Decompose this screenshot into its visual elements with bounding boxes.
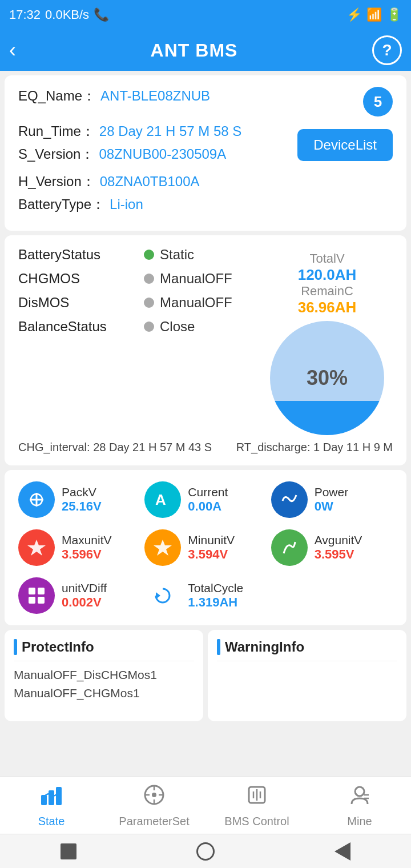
svg-point-22: [355, 787, 364, 796]
bottom-nav: State ParameterSet BMS Control Mine: [0, 777, 411, 834]
svg-rect-11: [56, 787, 62, 805]
metric-item-maxunitv: MaxunitV 3.596V: [18, 529, 140, 566]
svg-marker-3: [154, 540, 172, 556]
battery-status-label: BatteryStatus: [18, 247, 144, 263]
h-version-value: 08ZNA0TB100A: [100, 174, 200, 190]
metric-val-avgunitv: 3.595V: [315, 547, 362, 562]
metric-val-current: 0.00A: [188, 499, 228, 514]
status-bar-left: 17:32 0.0KB/s 📞: [9, 7, 109, 22]
metric-val-totalcycle: 1.319AH: [188, 595, 243, 610]
gauge-circle: 30%: [270, 321, 384, 435]
chg-mos-row: CHGMOS ManualOFF: [18, 271, 261, 287]
svg-point-13: [152, 793, 156, 797]
svg-rect-5: [38, 588, 45, 594]
metric-item-packv: PackV 25.16V: [18, 481, 140, 518]
nav-item-mine[interactable]: Mine: [308, 777, 411, 834]
dis-mos-label: DisMOS: [18, 295, 144, 311]
nav-label-mine: Mine: [347, 815, 372, 828]
dis-mos-value: ManualOFF: [160, 295, 232, 311]
app-title: ANT BMS: [151, 40, 238, 61]
gauge-percent: 30%: [307, 366, 348, 390]
h-version-label: H_Version：: [18, 172, 95, 191]
metrics-section: PackV 25.16V A Current 0.00A Power 0W Ma…: [5, 470, 406, 625]
phone-icon: 📞: [94, 7, 109, 22]
metric-name-totalcycle: TotalCycle: [188, 581, 243, 595]
circle-icon: [196, 842, 215, 861]
metric-icon-avgunitv: [271, 529, 308, 566]
nav-item-bmscontrol[interactable]: BMS Control: [206, 777, 308, 834]
run-time-value: 28 Day 21 H 57 M 58 S: [99, 123, 241, 139]
battery-type-value: Li-ion: [110, 196, 143, 212]
system-nav: [0, 834, 411, 868]
metric-val-minunitv: 3.594V: [188, 547, 235, 562]
interval-row: CHG_interval: 28 Day 21 H 57 M 43 S RT_d…: [18, 441, 393, 454]
warning-info-title: WarningInfo: [225, 639, 304, 655]
system-recent-button[interactable]: [330, 839, 355, 864]
protect-item-1: ManualOFF_DisCHGMos1: [14, 668, 194, 682]
nav-icon-bmscontrol: [245, 783, 268, 811]
status-time: 17:32: [9, 7, 41, 22]
nav-label-parameterset: ParameterSet: [119, 815, 189, 828]
metric-item-unitvdiff: unitVDiff 0.002V: [18, 577, 140, 614]
protect-info-title: ProtectInfo: [22, 639, 94, 655]
s-version-value: 08ZNUB00-230509A: [99, 146, 226, 162]
metric-info-avgunitv: AvgunitV 3.595V: [315, 533, 362, 562]
svg-marker-2: [27, 540, 46, 556]
chg-mos-label: CHGMOS: [18, 271, 144, 287]
protect-warning-section: ProtectInfo ManualOFF_DisCHGMos1 ManualO…: [5, 630, 406, 721]
remainc-value: 36.96AH: [298, 299, 357, 316]
metric-icon-current: A: [144, 481, 181, 518]
metric-icon-unitvdiff: [18, 577, 55, 614]
metric-name-maxunitv: MaxunitV: [62, 533, 112, 547]
status-bar: 17:32 0.0KB/s 📞 ⚡ 📶 🔋: [0, 0, 411, 30]
metric-val-maxunitv: 3.596V: [62, 547, 112, 562]
svg-rect-6: [29, 597, 35, 604]
metric-val-power: 0W: [315, 499, 349, 514]
rt-discharge-label: RT_discharge: 1 Day 11 H 9 M: [236, 441, 393, 454]
warning-info-card: WarningInfo: [208, 630, 406, 721]
metric-icon-power: [271, 481, 308, 518]
chg-mos-value: ManualOFF: [160, 271, 232, 287]
metric-item-minunitv: MinunitV 3.594V: [144, 529, 266, 566]
run-time-label: Run_Time：: [18, 122, 95, 140]
metric-info-minunitv: MinunitV 3.594V: [188, 533, 235, 562]
chg-mos-dot: [144, 274, 154, 284]
balance-dot: [144, 322, 154, 332]
metric-name-minunitv: MinunitV: [188, 533, 235, 547]
nav-icon-state: [40, 783, 63, 811]
svg-marker-8: [156, 592, 160, 599]
protect-item-2: ManualOFF_CHGMos1: [14, 686, 194, 700]
signal-icon: 📶: [366, 7, 382, 22]
metric-name-power: Power: [315, 485, 349, 499]
status-right: TotalV 120.0AH RemainC 36.96AH 30%: [261, 247, 393, 435]
status-bar-right: ⚡ 📶 🔋: [346, 7, 402, 22]
metric-info-totalcycle: TotalCycle 1.319AH: [188, 581, 243, 610]
square-icon: [61, 843, 76, 859]
nav-item-state[interactable]: State: [0, 777, 103, 834]
s-version-label: S_Version：: [18, 145, 94, 163]
totalv-value: 120.0AH: [298, 266, 357, 284]
metric-item-current: A Current 0.00A: [144, 481, 266, 518]
metric-info-maxunitv: MaxunitV 3.596V: [62, 533, 112, 562]
svg-rect-4: [29, 588, 35, 594]
battery-icon: 🔋: [386, 7, 402, 22]
nav-label-state: State: [38, 815, 65, 828]
help-button[interactable]: ?: [372, 35, 402, 65]
metric-icon-packv: [18, 481, 55, 518]
metric-item-power: Power 0W: [271, 481, 393, 518]
svg-rect-7: [38, 597, 45, 604]
nav-icon-parameterset: [143, 783, 166, 811]
device-list-button[interactable]: DeviceList: [297, 129, 393, 161]
system-home-button[interactable]: [193, 839, 218, 864]
metrics-grid: PackV 25.16V A Current 0.00A Power 0W Ma…: [18, 481, 393, 614]
metric-info-current: Current 0.00A: [188, 485, 228, 514]
metric-info-unitvdiff: unitVDiff 0.002V: [62, 581, 107, 610]
dis-mos-dot: [144, 298, 154, 308]
back-button[interactable]: ‹: [9, 38, 16, 62]
metric-info-packv: PackV 25.16V: [62, 485, 102, 514]
battery-status-row: BatteryStatus Static: [18, 247, 261, 263]
system-back-button[interactable]: [56, 839, 81, 864]
metric-name-avgunitv: AvgunitV: [315, 533, 362, 547]
gauge-fill: [270, 401, 384, 435]
nav-item-parameterset[interactable]: ParameterSet: [103, 777, 206, 834]
